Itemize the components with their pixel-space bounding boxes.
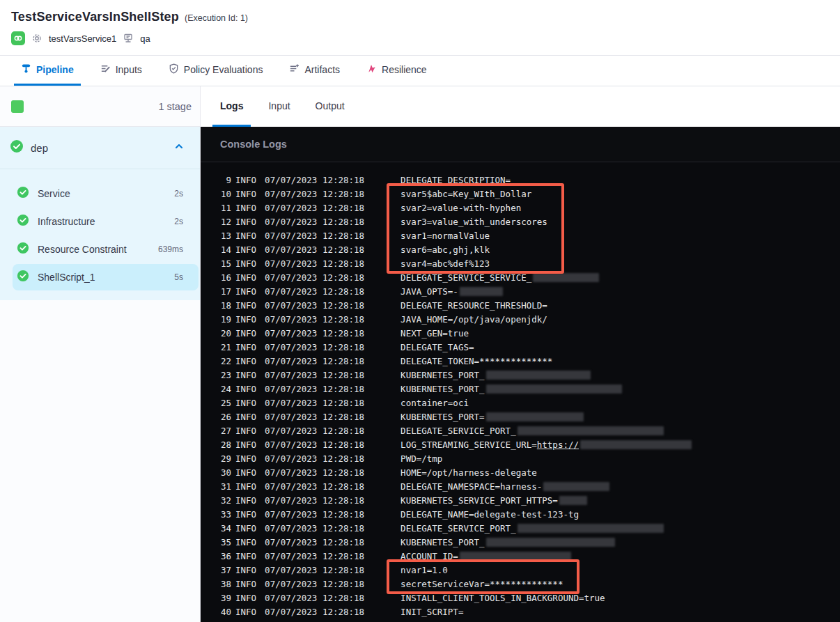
log-line-number: 27 [220,426,231,436]
log-text: DELEGATE_SERVICE_PORT_ [400,523,516,534]
step-duration: 2s [174,217,183,226]
log-line-number: 14 [220,244,231,255]
log-level: INFO [235,175,256,185]
log-text: nvar1=1.0 [400,565,448,575]
log-line-number: 40 [220,607,231,617]
step-item-resource-constraint[interactable]: Resource Constraint 639ms [13,236,199,263]
stage-status-square[interactable] [11,100,24,113]
log-line-number: 24 [220,384,231,394]
tab-policy-evaluations[interactable]: Policy Evaluations [162,56,270,86]
log-line-number: 11 [220,203,231,213]
log-message: DELEGATE_NAMESPACE=harness- [400,481,609,492]
tab-artifacts[interactable]: Artifacts [282,56,347,86]
step-duration: 5s [174,272,183,282]
tab-input-label: Input [268,100,290,111]
log-line: 19INFO07/07/2023 12:28:18JAVA_HOME=/opt/… [201,312,840,326]
log-line-number: 13 [220,231,231,241]
log-text: svar2=value-with-hyphen [400,203,521,213]
log-text: container=oci [400,398,469,408]
log-message: HOME=/opt/harness-delegate [400,467,537,478]
log-level: INFO [235,189,256,199]
log-text: secretServiceVar=************** [400,579,563,589]
log-level: INFO [235,370,256,380]
log-line: 16INFO07/07/2023 12:28:18DELEGATE_SERVIC… [201,270,840,284]
log-text: DELEGATE_RESOURCE_THRESHOLD= [400,300,547,311]
step-item-service[interactable]: Service 2s [13,180,199,207]
tab-inputs[interactable]: Inputs [93,56,149,86]
log-message: svar2=value-with-hyphen [400,203,521,213]
stage-summary-row: 1 stage [0,86,200,127]
service-name[interactable]: testVarsService1 [49,33,116,44]
stage-name-label: dep [31,142,48,154]
log-level: INFO [235,412,256,422]
step-item-shellscript-1[interactable]: ShellScript_1 5s [13,264,199,290]
log-message: ACCOUNT_ID= [400,551,571,561]
step-item-infrastructure[interactable]: Infrastructure 2s [13,208,199,235]
log-timestamp: 07/07/2023 12:28:18 [265,481,364,492]
log-text: svar4=abc%def%123 [400,258,490,269]
redacted-value [518,426,664,435]
resilience-icon [366,63,377,76]
artifacts-icon [289,63,300,76]
log-timestamp: 07/07/2023 12:28:18 [265,370,364,380]
stage-section: dep Service 2s Infrastructure 2s [0,127,200,300]
log-line: 12INFO07/07/2023 12:28:18svar3=value_wit… [201,215,840,228]
log-level: INFO [235,481,256,492]
log-level: INFO [235,607,256,617]
log-message: INSTALL_CLIENT_TOOLS_IN_BACKGROUND=true [400,593,605,603]
log-message: KUBERNETES_PORT= [400,412,583,422]
log-text: DELEGATE_TOKEN=************** [400,356,552,366]
log-text: KUBERNETES_PORT= [400,412,484,422]
log-timestamp: 07/07/2023 12:28:18 [265,384,364,394]
log-line: 39INFO07/07/2023 12:28:18INSTALL_CLIENT_… [201,591,840,605]
tab-output-label: Output [316,100,345,111]
log-tabbar: Logs Input Output [201,86,840,127]
environment-name[interactable]: qa [140,33,150,44]
log-timestamp: 07/07/2023 12:28:18 [265,258,364,269]
log-body[interactable]: 9INFO07/07/2023 12:28:18DELEGATE_DESCRIP… [201,162,840,622]
log-message: DELEGATE_SERVICE_SERVICE_ [400,272,599,283]
log-text: KUBERNETES_PORT_ [400,370,484,380]
log-timestamp: 07/07/2023 12:28:18 [265,356,364,366]
step-success-icon [17,214,29,229]
log-line: 25INFO07/07/2023 12:28:18container=oci [201,396,840,410]
log-line: 34INFO07/07/2023 12:28:18DELEGATE_SERVIC… [201,521,840,535]
log-line-number: 12 [220,217,231,227]
tab-output[interactable]: Output [308,86,352,127]
tab-pipeline[interactable]: Pipeline [14,56,81,86]
redacted-value [486,412,584,421]
log-text: DELEGATE_SERVICE_SERVICE_ [400,272,531,283]
log-message: DELEGATE_SERVICE_PORT_ [400,523,664,534]
log-message: DELEGATE_DESCRIPTION= [400,175,511,185]
tab-logs-label: Logs [220,100,243,111]
log-message: INIT_SCRIPT= [400,607,463,617]
log-timestamp: 07/07/2023 12:28:18 [265,565,364,575]
log-text: svar6=abc,ghj,klk [400,244,490,255]
log-text: DELEGATE_TAGS= [400,342,474,352]
log-message: svar5$abc=Key_WIth_Dollar [400,189,531,199]
log-text: KUBERNETES_SERVICE_PORT_HTTPS= [400,495,558,506]
log-timestamp: 07/07/2023 12:28:18 [265,579,364,589]
log-timestamp: 07/07/2023 12:28:18 [265,593,364,603]
log-line-number: 10 [220,189,231,199]
log-timestamp: 07/07/2023 12:28:18 [265,453,364,464]
log-line-number: 38 [220,579,231,589]
log-text: INIT_SCRIPT= [400,607,463,617]
log-line: 21INFO07/07/2023 12:28:18DELEGATE_TAGS= [201,340,840,354]
stage-item-dep[interactable]: dep [0,127,200,169]
log-timestamp: 07/07/2023 12:28:18 [265,342,364,352]
log-timestamp: 07/07/2023 12:28:18 [265,398,364,408]
log-text: DELEGATE_NAME=delegate-test-123-tg [400,509,579,520]
tab-resilience[interactable]: Resilience [359,56,434,86]
pipeline-sidebar: 1 stage dep Service 2s [0,86,201,622]
tab-logs[interactable]: Logs [212,86,251,127]
log-line-number: 18 [220,300,231,311]
page-title: TestServiceVarsInShellStep [11,10,179,24]
log-link[interactable]: https:// [537,440,579,450]
chevron-up-icon[interactable] [173,141,185,155]
log-line-number: 17 [220,286,231,297]
log-timestamp: 07/07/2023 12:28:18 [265,244,364,255]
log-line: 33INFO07/07/2023 12:28:18DELEGATE_NAME=d… [201,507,840,521]
log-line: 10INFO07/07/2023 12:28:18svar5$abc=Key_W… [201,187,840,201]
tab-input[interactable]: Input [260,86,297,127]
